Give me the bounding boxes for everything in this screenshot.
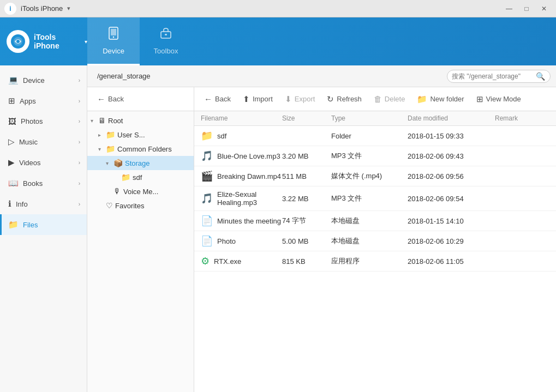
- file-type: Folder: [331, 132, 408, 140]
- svg-rect-4: [111, 29, 116, 35]
- file-type-icon: ⚙: [201, 255, 210, 267]
- delete-label: Delete: [385, 95, 405, 103]
- file-rows-container: 📁 sdf Folder 2018-01-15 09:33 🎵 Blue-One…: [194, 126, 556, 272]
- import-label: Import: [253, 95, 273, 103]
- sidebar-item-books[interactable]: 📖 Books ›: [0, 173, 87, 194]
- books-chevron: ›: [79, 180, 80, 186]
- tree-item-user[interactable]: ▸ 📁 User S...: [87, 128, 194, 142]
- import-button[interactable]: ⬆ Import: [237, 92, 278, 107]
- file-name-text: Photo: [217, 237, 236, 245]
- file-size: 815 KB: [282, 257, 331, 266]
- back-button[interactable]: ← Back: [92, 92, 129, 106]
- tree-item-common-folders[interactable]: ▾ 📁 Common Folders: [87, 142, 194, 156]
- sidebar-item-apps[interactable]: ⊞ Apps ›: [0, 91, 87, 111]
- table-row[interactable]: 📄 Minutes the meeting 74 字节 本地磁盘 2018-01…: [194, 211, 556, 231]
- refresh-label: Refresh: [337, 95, 362, 103]
- file-type: 本地磁盘: [331, 216, 408, 226]
- file-name-text: Breaking Dawn.mp4: [217, 172, 281, 180]
- storage-icon: 📦: [113, 159, 123, 167]
- nav-tabs: Device Toolbox: [87, 17, 192, 65]
- storage-arrow: ▾: [106, 160, 113, 166]
- header: iTools iPhone ▾ Device Toolbox: [0, 17, 556, 65]
- toolbox-tab-label: Toolbox: [154, 47, 178, 55]
- table-row[interactable]: 📄 Photo 5.00 MB 本地磁盘 2018-02-06 10:29: [194, 231, 556, 251]
- sidebar-item-music-label: Music: [19, 138, 38, 146]
- tree-item-favorites[interactable]: ♡ Favorites: [87, 198, 194, 213]
- nav-tab-toolbox[interactable]: Toolbox: [140, 17, 192, 65]
- sidebar-item-videos-label: Videos: [19, 159, 41, 167]
- main-area: 💻 Device › ⊞ Apps › 🖼 Photos › ▷ Music ›…: [0, 65, 556, 392]
- file-name-cell: 📁 sdf: [201, 130, 282, 142]
- file-date: 2018-01-15 09:33: [408, 132, 495, 140]
- common-folders-label: Common Folders: [117, 145, 172, 153]
- sidebar-item-files[interactable]: 📁 Files: [0, 214, 87, 235]
- new-folder-button[interactable]: 📁 New folder: [411, 92, 469, 107]
- sidebar-item-videos[interactable]: ▶ Videos ›: [0, 152, 87, 173]
- file-name-text: RTX.exe: [214, 257, 241, 266]
- sidebar-item-device[interactable]: 💻 Device ›: [0, 70, 87, 91]
- file-date: 2018-02-06 09:56: [408, 172, 495, 180]
- table-row[interactable]: 📁 sdf Folder 2018-01-15 09:33: [194, 126, 556, 146]
- file-size: 5.00 MB: [282, 237, 331, 245]
- nav-tab-device[interactable]: Device: [87, 17, 140, 65]
- table-row[interactable]: 🎵 Elize-Sexual Healing.mp3 3.22 MB MP3 文…: [194, 186, 556, 211]
- right-panel: ← Back ⬆ Import ⬇ Export ↻ Refresh: [194, 87, 556, 392]
- common-folder-icon: 📁: [106, 144, 115, 153]
- sidebar-item-info[interactable]: ℹ Info ›: [0, 194, 87, 214]
- sidebar-item-info-label: Info: [16, 200, 28, 208]
- file-size: 74 字节: [282, 216, 331, 226]
- back-button-right[interactable]: ← Back: [199, 92, 236, 106]
- sidebar-item-photos[interactable]: 🖼 Photos ›: [0, 111, 87, 131]
- tree-item-sdf[interactable]: 📁 sdf: [87, 170, 194, 184]
- sidebar-item-books-label: Books: [23, 179, 43, 188]
- minimize-button[interactable]: —: [501, 3, 517, 15]
- table-row[interactable]: ⚙ RTX.exe 815 KB 应用程序 2018-02-06 11:05: [194, 251, 556, 272]
- table-row[interactable]: 🎵 Blue-One Love.mp3 3.20 MB MP3 文件 2018-…: [194, 146, 556, 166]
- sidebar-item-photos-label: Photos: [21, 117, 43, 125]
- file-name-text: Elize-Sexual Healing.mp3: [217, 190, 282, 207]
- content-pane: /general_storage 🔍 ← Back: [87, 65, 556, 392]
- app-title-arrow: ▾: [67, 5, 70, 12]
- sdf-icon: 📁: [121, 173, 130, 182]
- export-icon: ⬇: [285, 94, 292, 104]
- tree-panel: ← Back ▾ 🖥 Root ▸ 📁 User S...: [87, 87, 194, 392]
- file-name-cell: 🎬 Breaking Dawn.mp4: [201, 170, 282, 182]
- delete-button[interactable]: 🗑 Delete: [368, 92, 411, 106]
- refresh-button[interactable]: ↻ Refresh: [321, 92, 367, 107]
- videos-icon: ▶: [8, 158, 15, 167]
- sdf-label: sdf: [133, 173, 142, 182]
- col-type: Type: [331, 114, 408, 122]
- back-label: Back: [108, 95, 124, 103]
- device-tab-icon: [106, 26, 121, 44]
- file-name-cell: 📄 Minutes the meeting: [201, 215, 282, 227]
- sidebar: 💻 Device › ⊞ Apps › 🖼 Photos › ▷ Music ›…: [0, 65, 87, 392]
- search-icon[interactable]: 🔍: [536, 72, 545, 81]
- table-row[interactable]: 🎬 Breaking Dawn.mp4 511 MB 媒体文件 (.mp4) 2…: [194, 166, 556, 186]
- sidebar-item-music[interactable]: ▷ Music ›: [0, 131, 87, 152]
- close-button[interactable]: ✕: [536, 3, 552, 15]
- tree-item-root[interactable]: ▾ 🖥 Root: [87, 113, 194, 128]
- view-mode-button[interactable]: ⊞ View Mode: [471, 92, 527, 107]
- file-type-icon: 📁: [201, 130, 213, 142]
- root-arrow: ▾: [91, 118, 98, 124]
- title-bar: i iTools iPhone ▾ — □ ✕: [0, 0, 556, 17]
- search-input[interactable]: [452, 73, 534, 80]
- music-chevron: ›: [79, 139, 80, 145]
- books-icon: 📖: [8, 178, 19, 188]
- tree-item-storage[interactable]: ▾ 📦 Storage: [87, 156, 194, 170]
- file-tree: ▾ 🖥 Root ▸ 📁 User S... ▾ 📁 Common F: [87, 111, 194, 215]
- export-button[interactable]: ⬇ Export: [279, 92, 321, 107]
- address-bar: /general_storage 🔍: [87, 65, 556, 87]
- tree-item-voiceme[interactable]: 🎙 Voice Me...: [87, 184, 194, 198]
- sidebar-item-device-label: Device: [23, 76, 45, 85]
- device-tab-label: Device: [103, 47, 124, 55]
- maximize-button[interactable]: □: [519, 3, 534, 15]
- apps-chevron: ›: [79, 98, 80, 104]
- file-date: 2018-02-06 10:29: [408, 237, 495, 245]
- file-table: Filename Size Type Date modified Remark …: [194, 111, 556, 392]
- view-mode-label: View Mode: [486, 95, 521, 103]
- photos-icon: 🖼: [8, 117, 16, 126]
- file-type-icon: 📄: [201, 235, 213, 247]
- info-chevron: ›: [79, 201, 80, 207]
- address-path: /general_storage: [93, 70, 441, 82]
